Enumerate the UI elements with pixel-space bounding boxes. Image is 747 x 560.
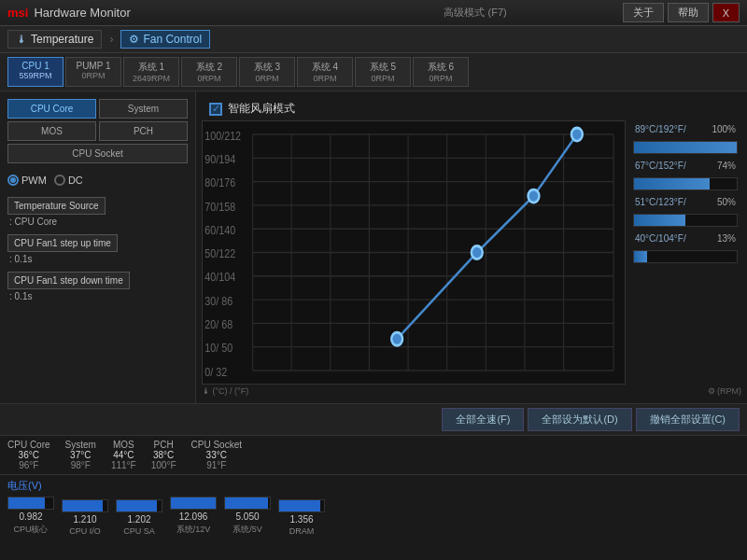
svg-text:30/ 86: 30/ 86 <box>204 294 233 307</box>
pwm-radio[interactable]: PWM <box>7 175 47 186</box>
curve-point-1[interactable] <box>391 332 402 345</box>
fan-icon: ⚙ <box>129 33 139 46</box>
window-controls: 关于 帮助 X <box>623 3 740 22</box>
temp-cpu-socket-f: 91°F <box>191 460 242 470</box>
pwm-dc-row: PWM DC <box>7 171 188 189</box>
window-title: Hardware Monitor <box>34 6 328 20</box>
sensor-buttons: CPU Core System MOS PCH CPU Socket <box>7 99 188 163</box>
sys1-rpm: 2649RPM <box>132 74 171 83</box>
sys1-fan-tab[interactable]: 系统 1 2649RPM <box>123 57 179 87</box>
voltage-cpu-core-value: 0.982 <box>19 511 42 522</box>
fan-speed-pct-3: 50% <box>710 197 736 207</box>
help-button[interactable]: 帮助 <box>668 3 709 22</box>
full-speed-button[interactable]: 全部全速(F) <box>442 408 524 431</box>
temp-mos-label: MOS <box>111 440 136 450</box>
svg-text:60/140: 60/140 <box>204 223 235 236</box>
system-btn[interactable]: System <box>99 99 188 119</box>
voltage-sys-5v-label: 系统/5V <box>233 524 262 536</box>
svg-text:50/122: 50/122 <box>204 246 235 259</box>
cpu1-rpm: 559RPM <box>16 71 55 80</box>
temp-system-celsius: 37°C <box>65 450 96 460</box>
sys4-rpm: 0RPM <box>305 74 345 83</box>
temp-readings: CPU Core 36°C 96°F System 37°C 98°F MOS … <box>0 435 747 474</box>
separator: › <box>109 33 113 46</box>
voltage-bar-dram-wrapper <box>278 499 325 512</box>
content-area: CPU Core System MOS PCH CPU Socket PWM D… <box>0 91 747 403</box>
voltage-bar-cpu-io <box>63 500 103 511</box>
dc-radio-circle <box>54 175 65 186</box>
temp-source-control: Temperature Source : CPU Core <box>7 197 188 227</box>
step-down-btn[interactable]: CPU Fan1 step down time <box>7 272 130 289</box>
voltage-cpu-sa-value: 1.202 <box>127 514 150 525</box>
chart-svg: 100/212 90/194 80/176 70/158 60/140 50/1… <box>203 121 625 384</box>
fan-speed-temp-1: 89°C/192°F/ <box>635 124 710 134</box>
curve-point-3[interactable] <box>529 189 540 203</box>
svg-text:100/212: 100/212 <box>204 129 241 142</box>
cancel-all-button[interactable]: 撤销全部设置(C) <box>636 408 740 431</box>
sys5-fan-tab[interactable]: 系统 5 0RPM <box>355 57 411 87</box>
fan-curve-chart[interactable]: 100/212 90/194 80/176 70/158 60/140 50/1… <box>202 120 626 385</box>
voltage-bar-sys-12v <box>171 497 216 509</box>
voltage-bar-cpu-sa-wrapper <box>116 499 162 512</box>
fan-speed-temp-3: 51°C/123°F/ <box>635 197 710 207</box>
y-axis-label: ⚙ (RPM) <box>708 386 742 396</box>
pump1-fan-tab[interactable]: PUMP 1 0RPM <box>65 57 121 87</box>
curve-point-4[interactable] <box>571 128 583 141</box>
dc-label: DC <box>68 175 83 186</box>
fan-control-tab-label: Fan Control <box>143 33 202 46</box>
sys4-label: 系统 4 <box>305 61 345 74</box>
sys6-fan-tab[interactable]: 系统 6 0RPM <box>413 57 469 87</box>
fan-control-tab[interactable]: ⚙ Fan Control <box>120 30 210 49</box>
temp-system-label: System <box>65 440 96 450</box>
cpu-socket-btn[interactable]: CPU Socket <box>7 144 188 163</box>
voltage-bars: 0.982 CPU核心 1.210 CPU I/O 1.202 CPU SA <box>7 497 740 536</box>
pump1-rpm: 0RPM <box>74 71 113 80</box>
dc-radio[interactable]: DC <box>54 175 83 186</box>
step-up-btn[interactable]: CPU Fan1 step up time <box>7 234 118 252</box>
pwm-radio-dot <box>10 177 16 183</box>
thermometer-icon: 🌡 <box>16 33 27 46</box>
curve-point-2[interactable] <box>472 245 483 259</box>
voltage-cpu-core-label: CPU核心 <box>13 524 48 536</box>
fan-speed-row-2: 67°C/152°F/ 74% <box>629 157 741 175</box>
temperature-tab[interactable]: 🌡 Temperature <box>7 30 102 49</box>
temp-mos-celsius: 44°C <box>111 450 136 460</box>
voltage-bar-sys-5v-wrapper <box>224 497 271 510</box>
voltage-section: 电压(V) 0.982 CPU核心 1.210 CPU I/O 1 <box>0 474 747 539</box>
voltage-bar-cpu-io-wrapper <box>62 499 108 512</box>
step-up-value: : 0.1s <box>7 252 188 264</box>
svg-text:90/194: 90/194 <box>204 152 235 165</box>
svg-text:10/ 50: 10/ 50 <box>204 341 233 354</box>
cpu1-fan-tab[interactable]: CPU 1 559RPM <box>7 57 63 87</box>
bottom-buttons: 全部全速(F) 全部设为默认(D) 撤销全部设置(C) <box>0 403 747 435</box>
temp-source-btn[interactable]: Temperature Source <box>7 197 106 215</box>
tab-header: 🌡 Temperature › ⚙ Fan Control <box>0 26 747 53</box>
right-panel: ✓ 智能风扇模式 <box>196 91 747 403</box>
axis-labels: 🌡 (°C) / (°F) ⚙ (RPM) <box>202 385 741 398</box>
temp-cpu-core-label: CPU Core <box>7 440 50 450</box>
temp-mos-f: 111°F <box>111 460 136 470</box>
cpu-core-btn[interactable]: CPU Core <box>7 99 96 119</box>
sys3-fan-tab[interactable]: 系统 3 0RPM <box>239 57 295 87</box>
pch-btn[interactable]: PCH <box>99 121 188 141</box>
voltage-cpu-io-value: 1.210 <box>73 514 96 525</box>
x-axis-label: 🌡 (°C) / (°F) <box>202 386 248 396</box>
close-button[interactable]: X <box>712 3 740 22</box>
temp-pch: PCH 38°C 100°F <box>151 440 176 470</box>
temp-cpu-socket-celsius: 33°C <box>191 450 242 460</box>
svg-text:70/158: 70/158 <box>204 200 235 213</box>
mos-btn[interactable]: MOS <box>7 121 96 141</box>
fan-speed-pct-4: 13% <box>710 233 736 244</box>
svg-text:0/ 32: 0/ 32 <box>204 365 227 378</box>
about-button[interactable]: 关于 <box>623 3 664 22</box>
set-default-button[interactable]: 全部设为默认(D) <box>528 408 631 431</box>
smart-mode-checkbox[interactable]: ✓ <box>209 103 222 116</box>
voltage-bar-cpu-core-wrapper <box>7 497 54 510</box>
voltage-sys-5v: 5.050 系统/5V <box>224 497 271 536</box>
sys4-fan-tab[interactable]: 系统 4 0RPM <box>297 57 353 87</box>
temp-system: System 37°C 98°F <box>65 440 96 470</box>
voltage-title: 电压(V) <box>7 479 740 493</box>
sys1-label: 系统 1 <box>132 61 171 74</box>
smart-mode-header: ✓ 智能风扇模式 <box>202 97 741 120</box>
sys2-fan-tab[interactable]: 系统 2 0RPM <box>181 57 237 87</box>
